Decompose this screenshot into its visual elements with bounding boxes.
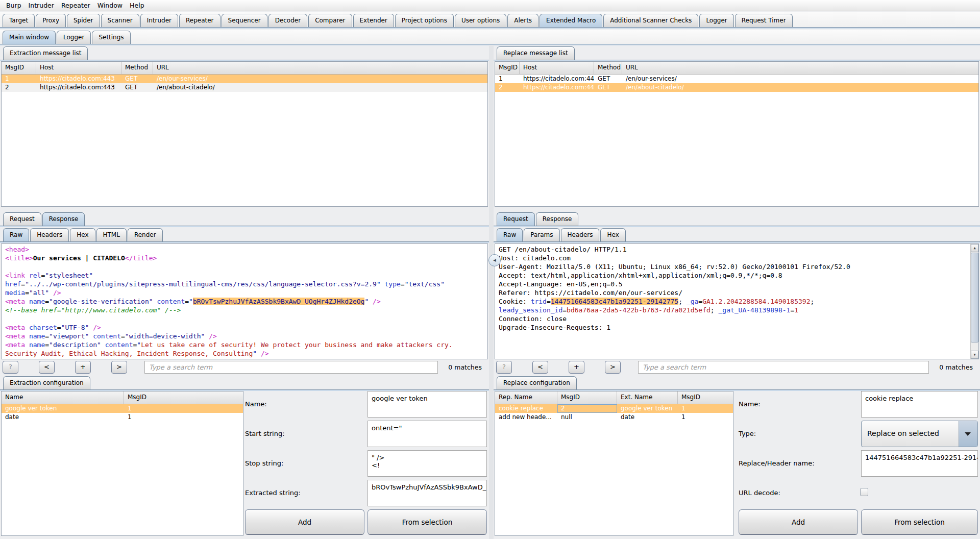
extraction-configuration-tabrow: Extraction configuration (0, 377, 489, 390)
replace-header-name-field[interactable]: 144751664583c47b1a92251-29142775 (861, 450, 978, 477)
tab-additional-scanner-checks[interactable]: Additional Scanner Checks (603, 14, 698, 27)
scroll-up-icon[interactable]: ▲ (971, 244, 978, 252)
tab-spider[interactable]: Spider (67, 14, 100, 27)
tab-request-timer[interactable]: Request Timer (735, 14, 793, 27)
add-button[interactable]: Add (739, 509, 858, 535)
tab-logger[interactable]: Logger (699, 14, 733, 27)
type-select[interactable]: Replace on selected (861, 421, 978, 447)
column-header-method-2[interactable]: Method (121, 62, 153, 74)
search-next-button[interactable]: > (111, 361, 127, 374)
tab-replace-message-list[interactable]: Replace message list (497, 46, 575, 60)
stop-string-field[interactable]: " /> <! (368, 450, 487, 477)
tab-project-options[interactable]: Project options (395, 14, 454, 27)
search-input[interactable] (144, 361, 438, 374)
tab-comparer[interactable]: Comparer (308, 14, 352, 27)
tab-main-window[interactable]: Main window (3, 31, 56, 44)
column-header-host-1[interactable]: Host (520, 62, 594, 74)
name-label: Name: (245, 400, 267, 408)
search-help-button[interactable]: ? (496, 361, 512, 374)
response-editor[interactable]: <head><title>Our services | CITADELO</ti… (1, 243, 488, 359)
tab-extraction-configuration[interactable]: Extraction configuration (3, 376, 90, 389)
collapse-panel-icon[interactable]: ◂ (488, 254, 501, 266)
search-help-button[interactable]: ? (3, 361, 18, 374)
menu-intruder[interactable]: Intruder (25, 2, 58, 9)
tab-target[interactable]: Target (3, 14, 35, 27)
table-cell: 1 (124, 413, 243, 422)
menu-window[interactable]: Window (94, 2, 126, 9)
tab-proxy[interactable]: Proxy (36, 14, 66, 27)
search-input[interactable] (638, 361, 929, 374)
tab-scanner[interactable]: Scanner (101, 14, 139, 27)
replace-panel: Replace message list MsgIDHostMethodURL1… (494, 45, 980, 539)
column-header-host-1[interactable]: Host (36, 62, 121, 74)
from-selection-button[interactable]: From selection (861, 509, 978, 535)
tab-logger[interactable]: Logger (57, 31, 91, 44)
menu-repeater[interactable]: Repeater (58, 2, 94, 9)
tab-raw[interactable]: Raw (497, 228, 523, 241)
column-header-url-3[interactable]: URL (622, 62, 978, 74)
chevron-down-icon (959, 421, 977, 447)
tab-render[interactable]: Render (128, 228, 163, 241)
url-decode-checkbox[interactable] (860, 488, 868, 496)
search-prev-button[interactable]: < (39, 361, 55, 374)
from-selection-button[interactable]: From selection (368, 509, 487, 535)
menu-burp[interactable]: Burp (3, 2, 25, 9)
tab-html[interactable]: HTML (96, 228, 127, 241)
column-header-msgid-1[interactable]: MsgID (124, 391, 243, 404)
column-header-msgid-3[interactable]: MsgID (678, 391, 733, 404)
search-prev-button[interactable]: < (532, 361, 548, 374)
tab-replace-configuration[interactable]: Replace configuration (497, 376, 577, 389)
add-button[interactable]: Add (245, 509, 364, 535)
tab-response[interactable]: Response (536, 212, 579, 226)
table-cell: https://citadelo.com:443 (520, 83, 594, 92)
tab-extended-macro[interactable]: Extended Macro (540, 14, 602, 27)
tab-decoder[interactable]: Decoder (268, 14, 308, 27)
tab-user-options[interactable]: User options (455, 14, 506, 27)
tab-hex[interactable]: Hex (600, 228, 625, 241)
column-header-msgid-0[interactable]: MsgID (2, 62, 36, 74)
name-field[interactable]: google ver token (368, 391, 487, 418)
tab-sequencer[interactable]: Sequencer (222, 14, 267, 27)
tab-request[interactable]: Request (3, 212, 41, 226)
tab-headers[interactable]: Headers (30, 228, 69, 241)
tab-params[interactable]: Params (524, 228, 559, 241)
tab-extender[interactable]: Extender (353, 14, 394, 27)
column-header-name-0[interactable]: Name (2, 391, 124, 404)
name-field[interactable]: cookie replace (861, 391, 978, 418)
search-next-button[interactable]: > (605, 361, 621, 374)
editor-scrollbar[interactable]: ▲ ▼ (970, 244, 978, 359)
table-row[interactable]: add new heade...nulldate1 (495, 413, 733, 422)
column-header-method-2[interactable]: Method (594, 62, 622, 74)
table-row[interactable]: 1https://citadelo.com:443GET/en/our-serv… (2, 75, 487, 83)
table-row[interactable]: 2https://citadelo.com:443GET/en/about-ci… (2, 83, 487, 92)
tab-repeater[interactable]: Repeater (179, 14, 220, 27)
tab-response[interactable]: Response (42, 212, 85, 226)
column-header-msgid-1[interactable]: MsgID (557, 391, 617, 404)
tab-request[interactable]: Request (497, 212, 535, 226)
table-row[interactable]: 2https://citadelo.com:443GET/en/about-ci… (495, 83, 978, 92)
tab-alerts[interactable]: Alerts (507, 14, 538, 27)
request-editor[interactable]: ▲ ▼ GET /en/about-citadelo/ HTTP/1.1Host… (495, 243, 979, 359)
tab-intruder[interactable]: Intruder (140, 14, 178, 27)
search-options-button[interactable]: + (569, 361, 584, 374)
start-string-field[interactable]: ontent=" (368, 421, 487, 447)
column-header-rep-name-0[interactable]: Rep. Name (495, 391, 557, 404)
panel-divider[interactable] (489, 45, 494, 539)
tab-headers[interactable]: Headers (561, 228, 600, 241)
column-header-url-3[interactable]: URL (153, 62, 487, 74)
menu-help[interactable]: Help (126, 2, 148, 9)
table-row[interactable]: cookie replace2google ver token1 (495, 404, 733, 413)
tab-settings[interactable]: Settings (92, 31, 130, 44)
tab-hex[interactable]: Hex (70, 228, 95, 241)
scroll-thumb[interactable] (971, 253, 978, 342)
tab-extraction-message-list[interactable]: Extraction message list (3, 46, 88, 60)
scroll-down-icon[interactable]: ▼ (971, 351, 978, 359)
table-row[interactable]: date1 (2, 413, 243, 422)
extracted-string-field[interactable]: bROvTswPzhuJVfAzASSbk9BxAwD_UOgHr4ZJHkd2… (368, 480, 487, 506)
tab-raw[interactable]: Raw (3, 228, 29, 241)
column-header-ext-name-2[interactable]: Ext. Name (617, 391, 678, 404)
table-row[interactable]: 1https://citadelo.com:443GET/en/our-serv… (495, 75, 978, 83)
column-header-msgid-0[interactable]: MsgID (495, 62, 520, 74)
search-options-button[interactable]: + (75, 361, 91, 374)
table-row[interactable]: google ver token1 (2, 404, 243, 413)
